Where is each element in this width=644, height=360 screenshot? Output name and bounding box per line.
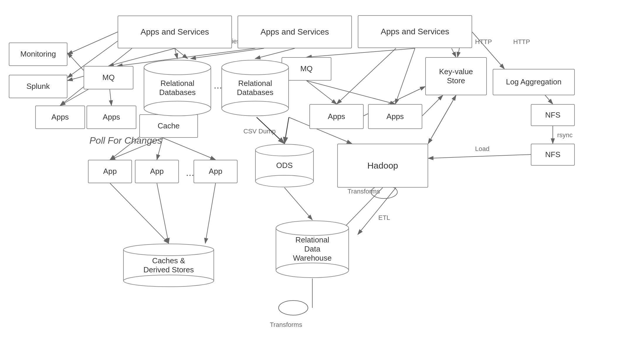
csv-dump-label: CSV Dump bbox=[243, 128, 276, 135]
architecture-diagram: OLTP Queries rsync Load HTTP HTTP bbox=[0, 0, 644, 360]
app-3-node: App bbox=[194, 160, 238, 183]
splunk-node: Splunk bbox=[9, 75, 67, 98]
etl-label: ETL bbox=[378, 214, 390, 221]
rsync-label: rsync bbox=[557, 131, 573, 139]
cache-node: Cache bbox=[139, 114, 198, 138]
svg-point-18 bbox=[123, 275, 214, 287]
http2-label: HTTP bbox=[513, 38, 530, 45]
nfs-top-node: NFS bbox=[531, 104, 575, 126]
caches-derived-node: Caches &Derived Stores bbox=[123, 243, 214, 287]
svg-point-8 bbox=[222, 60, 289, 75]
svg-point-12 bbox=[255, 175, 313, 187]
http1-label: HTTP bbox=[475, 38, 492, 45]
apps-mid-1-node: Apps bbox=[309, 104, 364, 129]
svg-point-6 bbox=[144, 101, 211, 116]
svg-point-11 bbox=[255, 144, 313, 156]
mq-mid-node: MQ bbox=[282, 57, 331, 81]
apps-services-2: Apps and Services bbox=[238, 16, 352, 48]
ods-node: ODS bbox=[255, 144, 314, 188]
transforms2-label: Transforms bbox=[270, 321, 302, 328]
svg-point-5 bbox=[144, 60, 211, 75]
apps-services-1: Apps and Services bbox=[118, 16, 232, 48]
hadoop-node: Hadoop bbox=[337, 144, 428, 188]
apps-left-1-node: Apps bbox=[35, 106, 85, 129]
apps-left-2-node: Apps bbox=[87, 106, 136, 129]
svg-point-9 bbox=[222, 101, 289, 116]
rel-db-right-node: RelationalDatabases bbox=[221, 59, 289, 117]
apps-mid-2-node: Apps bbox=[368, 104, 422, 129]
svg-point-2 bbox=[279, 300, 308, 315]
rdw-node: RelationalDataWarehouse bbox=[276, 220, 349, 279]
load-label: Load bbox=[475, 145, 489, 152]
rel-db-left-node: RelationalDatabases bbox=[144, 59, 211, 117]
svg-point-15 bbox=[276, 263, 349, 278]
svg-point-17 bbox=[123, 244, 214, 256]
apps-services-3: Apps and Services bbox=[358, 15, 472, 48]
nfs-bottom-node: NFS bbox=[531, 144, 575, 166]
monitoring-node: Monitoring bbox=[9, 43, 67, 66]
log-aggregation-node: Log Aggregation bbox=[493, 69, 575, 95]
svg-point-14 bbox=[276, 221, 349, 235]
mq-left-node: MQ bbox=[84, 66, 133, 89]
app-1-node: App bbox=[88, 160, 132, 183]
transforms1-label: Transforms bbox=[348, 188, 380, 195]
app-2-node: App bbox=[135, 160, 179, 183]
key-value-store-node: Key-valueStore bbox=[425, 57, 487, 95]
